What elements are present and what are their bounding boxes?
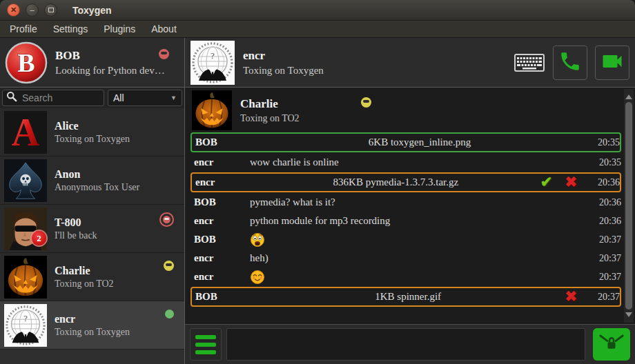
titlebar[interactable]: ✕ – Toxygen xyxy=(0,0,635,21)
chat-contact-avatar xyxy=(192,90,232,130)
top-panel: B BOB Looking for Python dev… ? encr Tox… xyxy=(0,38,635,88)
contact-row-encr[interactable]: ?encrToxing on Toxygen xyxy=(0,301,184,350)
self-name: BOB xyxy=(55,49,80,63)
message-time: 20:36 xyxy=(589,197,621,208)
chat-area: Charlie Toxing on TO2 BOB6KB toxygen_inl… xyxy=(185,88,635,364)
message-row: BOB20:37 xyxy=(190,230,621,249)
contact-avatar-skull-spade xyxy=(4,159,47,202)
file-transfer-row: encr836KB pymedia-1.3.7.3.tar.gz✔✖20:36 xyxy=(190,172,621,192)
message-row: encrheh)20:37 xyxy=(190,249,621,267)
contact-name: Alice xyxy=(55,120,180,132)
contact-avatar-red-letter-a: A xyxy=(4,111,47,154)
decline-file-icon[interactable]: ✖ xyxy=(565,290,577,304)
attachments-menu-button[interactable] xyxy=(190,328,222,361)
message-sender: encr xyxy=(192,176,251,188)
chat-contact-header: Charlie Toxing on TO2 xyxy=(190,89,621,132)
contact-avatar-anonymous-mask: ? xyxy=(4,304,47,347)
minimize-icon[interactable]: – xyxy=(26,3,39,17)
svg-text:?: ? xyxy=(23,314,28,323)
chat-contact-status-icon xyxy=(278,97,371,110)
message-row: encrpython module for mp3 recording20:36 xyxy=(190,212,621,230)
svg-text:A: A xyxy=(12,111,40,154)
contact-name: encr xyxy=(55,313,180,325)
menu-item-profile[interactable]: Profile xyxy=(8,23,39,34)
file-transfer-row: BOB1KB spinner.gif✖20:37 xyxy=(190,287,621,307)
window-title: Toxygen xyxy=(72,5,112,16)
message-sender: encr xyxy=(190,156,250,168)
message-input[interactable] xyxy=(226,328,585,361)
active-chat-status-message: Toxing on Toxygen xyxy=(243,65,508,77)
contact-avatar-pumpkin xyxy=(4,256,47,299)
unread-count-badge: 2 xyxy=(32,231,46,245)
file-transfer-row: BOB6KB toxygen_inline.png20:35 xyxy=(190,132,621,152)
status-icon-online xyxy=(165,310,174,318)
message-time: 20:37 xyxy=(588,292,620,303)
encrypted-send-icon xyxy=(597,332,626,357)
hamburger-menu-icon xyxy=(195,335,216,354)
active-chat-name: encr xyxy=(243,49,265,63)
message-row: encrwow charlie is online20:35 xyxy=(190,153,621,172)
chat-contact-status-message: Toxing on TO2 xyxy=(240,113,371,124)
message-row: BOBpymedia? what is it?20:36 xyxy=(190,193,621,212)
contact-filter-dropdown[interactable]: All ▼ xyxy=(108,90,182,106)
message-sender: encr xyxy=(190,215,250,227)
menu-item-plugins[interactable]: Plugins xyxy=(102,23,137,34)
contact-status-message: Toxing on Toxygen xyxy=(55,134,180,145)
contact-row-t-800[interactable]: T-800I'll be back2 xyxy=(0,205,184,253)
message-time: 20:35 xyxy=(589,157,621,168)
message-sender: BOB xyxy=(190,234,250,245)
contact-status-message: Toxing on TO2 xyxy=(55,279,180,290)
self-avatar: B xyxy=(4,41,48,85)
search-box[interactable] xyxy=(2,90,104,106)
self-status-icon xyxy=(159,49,169,62)
search-input[interactable] xyxy=(21,92,100,104)
status-icon-busy-new xyxy=(159,212,174,227)
menu-item-about[interactable]: About xyxy=(150,23,178,34)
close-icon[interactable]: ✕ xyxy=(7,3,20,17)
message-sender: BOB xyxy=(192,136,251,148)
chat-contact-name: Charlie xyxy=(240,97,278,111)
contact-row-alice[interactable]: AAliceToxing on Toxygen xyxy=(0,108,184,156)
contact-row-charlie[interactable]: CharlieToxing on TO2 xyxy=(0,253,184,301)
video-call-button[interactable] xyxy=(595,46,629,80)
status-icon-away xyxy=(361,97,371,108)
maximize-icon[interactable] xyxy=(44,3,57,17)
message-sender: BOB xyxy=(190,196,250,208)
file-name-and-size: 1KB spinner.gif xyxy=(251,291,565,303)
active-chat-info: ? encr Toxing on Toxygen xyxy=(185,38,514,87)
send-message-button[interactable] xyxy=(593,328,630,361)
message-text: pymedia? what is it? xyxy=(250,196,589,208)
accept-file-icon[interactable]: ✔ xyxy=(540,175,553,190)
chat-scrollbar[interactable] xyxy=(624,89,634,323)
smiling-face-icon xyxy=(250,270,589,285)
keyboard-icon[interactable] xyxy=(514,53,545,72)
decline-file-icon[interactable]: ✖ xyxy=(565,175,577,190)
contact-name: Charlie xyxy=(55,265,180,277)
video-camera-icon xyxy=(600,49,625,76)
contact-row-anon[interactable]: AnonAnonymous Tox User xyxy=(0,156,184,205)
svg-text:?: ? xyxy=(211,50,215,61)
self-profile[interactable]: B BOB Looking for Python dev… xyxy=(0,38,185,87)
contact-name: Anon xyxy=(55,168,180,181)
filter-value: All xyxy=(113,92,124,103)
message-history: Charlie Toxing on TO2 BOB6KB toxygen_inl… xyxy=(185,88,635,324)
message-row: encr20:37 xyxy=(190,267,621,286)
active-chat-avatar: ? xyxy=(190,41,235,85)
scrollbar-thumb[interactable] xyxy=(625,102,632,310)
message-text: python module for mp3 recording xyxy=(250,215,589,227)
chevron-down-icon: ▼ xyxy=(170,94,177,101)
message-time: 20:36 xyxy=(589,216,621,227)
menu-item-settings[interactable]: Settings xyxy=(52,23,90,34)
audio-call-button[interactable] xyxy=(553,46,587,80)
scroll-down-arrow[interactable] xyxy=(625,312,632,321)
scroll-up-arrow[interactable] xyxy=(625,91,632,99)
message-text: wow charlie is online xyxy=(250,156,589,168)
file-name-and-size: 6KB toxygen_inline.png xyxy=(251,136,588,148)
menubar: ProfileSettingsPluginsAbout xyxy=(0,21,635,38)
status-icon-busy xyxy=(159,49,169,59)
message-sender: encr xyxy=(190,271,250,283)
contact-status-message: I'll be back xyxy=(55,230,180,241)
phone-icon xyxy=(558,50,582,75)
contacts-sidebar: All ▼ AAliceToxing on ToxygenAnonAnonymo… xyxy=(0,88,185,364)
message-sender: BOB xyxy=(192,291,251,303)
